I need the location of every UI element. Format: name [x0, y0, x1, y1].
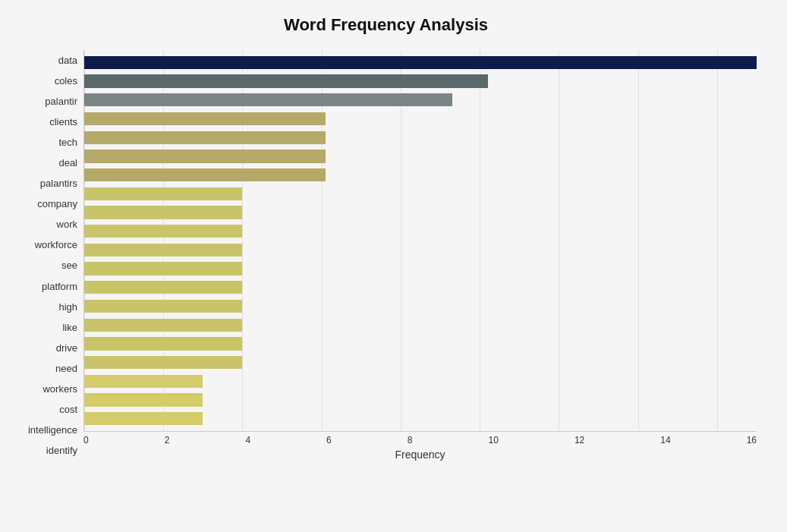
chart-area: datacolespalantirclientstechdealpalantir…	[15, 50, 757, 461]
bar-row	[84, 316, 757, 335]
bar	[84, 356, 242, 369]
bars-area	[83, 50, 757, 432]
x-tick-label: 16	[747, 435, 757, 445]
bar-row	[84, 147, 757, 166]
bar-row	[84, 391, 757, 410]
x-axis: 0246810121416	[83, 432, 757, 445]
y-label: palantir	[45, 96, 77, 106]
y-label: see	[61, 260, 77, 270]
x-tick-label: 10	[489, 435, 499, 445]
bar	[84, 337, 242, 350]
bar	[84, 375, 203, 388]
bar-row	[84, 222, 757, 241]
bar	[84, 74, 488, 87]
y-label: company	[37, 199, 77, 209]
y-label: data	[58, 55, 77, 65]
chart-container: Word Frequency Analysis datacolespalanti…	[0, 0, 787, 532]
bar	[84, 281, 242, 294]
bar	[84, 168, 326, 181]
bar	[84, 319, 242, 332]
y-label: workforce	[35, 240, 77, 250]
y-label: coles	[55, 76, 77, 86]
bars-and-x: 0246810121416 Frequency	[83, 50, 757, 461]
bar-row	[84, 260, 757, 279]
y-label: tech	[58, 137, 77, 147]
bar-row	[84, 278, 757, 297]
y-label: work	[57, 219, 77, 229]
bar	[84, 93, 452, 106]
bar	[84, 262, 242, 275]
bar-row	[84, 90, 757, 109]
bar	[84, 131, 326, 144]
bar	[84, 56, 757, 69]
bar	[84, 412, 203, 425]
bar-row	[84, 109, 757, 128]
bar-row	[84, 409, 757, 428]
bar	[84, 150, 326, 162]
y-label: need	[55, 364, 77, 373]
bar	[84, 300, 242, 313]
bars-inner	[84, 50, 757, 431]
bar-row	[84, 335, 757, 354]
y-label: platform	[42, 282, 77, 291]
y-label: workers	[42, 384, 77, 394]
x-tick-label: 12	[575, 435, 584, 445]
bar-row	[84, 241, 757, 260]
bar	[84, 187, 242, 200]
y-label: like	[62, 323, 77, 332]
y-label: cost	[59, 405, 77, 414]
x-tick-label: 4	[245, 435, 250, 445]
y-label: intelligence	[28, 425, 77, 435]
bar-row	[84, 353, 757, 372]
bar	[84, 225, 242, 238]
bar	[84, 393, 203, 406]
bar	[84, 244, 242, 257]
x-axis-title: Frequency	[83, 449, 757, 461]
bar-row	[84, 203, 757, 222]
y-label: drive	[56, 343, 77, 353]
x-tick-label: 14	[660, 435, 670, 445]
y-labels: datacolespalantirclientstechdealpalantir…	[15, 50, 83, 461]
bar-row	[84, 128, 757, 147]
bar-row	[84, 53, 757, 72]
bar-row	[84, 372, 757, 391]
bar	[84, 112, 326, 125]
x-tick-label: 6	[326, 435, 332, 445]
x-tick-label: 2	[165, 435, 170, 445]
x-tick-label: 0	[83, 435, 89, 445]
bar-row	[84, 184, 757, 203]
y-label: identify	[46, 445, 77, 455]
y-label: high	[58, 302, 77, 312]
y-label: deal	[58, 158, 77, 168]
chart-title: Word Frequency Analysis	[15, 15, 757, 35]
bar-row	[84, 165, 757, 184]
x-tick-label: 8	[408, 435, 413, 445]
y-label: palantirs	[40, 178, 77, 188]
bar	[84, 206, 242, 219]
bar-row	[84, 72, 757, 91]
y-label: clients	[49, 117, 77, 127]
bar-row	[84, 297, 757, 316]
